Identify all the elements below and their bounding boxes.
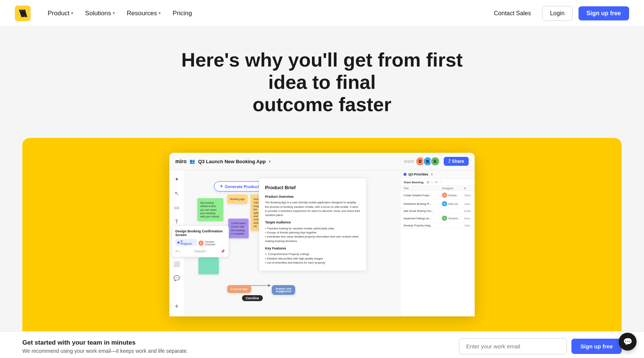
tool-cursor[interactable]: ✦ <box>172 175 181 184</box>
nav-item-pricing[interactable]: Pricing <box>168 7 197 20</box>
nav-item-product[interactable]: Product ▾ <box>42 7 79 20</box>
bottom-left: Get started with your team in minutes We… <box>22 339 188 354</box>
sticky-note-7[interactable] <box>198 258 219 274</box>
avatar-3: G <box>430 157 440 166</box>
brief-audience-item-2: • Groups of friends planning trips toget… <box>265 230 360 235</box>
flow-arrow <box>249 282 272 289</box>
brief-audience-item-1: • Travelers looking for vacation rentals… <box>265 226 360 230</box>
brief-title: Product Brief <box>265 184 360 191</box>
brief-overview-text: The Booking App is a user-friendly mobil… <box>265 200 360 217</box>
board-title-area: miro 👥 Q3 Launch New Booking App ▾ <box>175 158 271 164</box>
tool-comment[interactable]: 💬 <box>172 274 181 283</box>
board-title: Q3 Launch New Booking App <box>198 159 266 164</box>
brief-audience-item-3: • Individuals who value detailed propert… <box>265 235 360 243</box>
filter-icon[interactable]: ⊞ ↑↓ ✕ ⋯ <box>427 180 442 184</box>
logo[interactable] <box>15 6 31 21</box>
flow-node-launch[interactable]: Launch app <box>227 285 251 293</box>
sticky-note-4[interactable]: Confirmation screen that the booking is … <box>228 219 249 238</box>
caroline-tooltip: Caroline <box>242 295 263 301</box>
board-content: ✦ ↖ ▭ T 👤 ✏ ⬜ 💬 + ✦ Generate Product Bri… <box>169 170 475 315</box>
yellow-section: miro 👥 Q3 Launch New Booking App ▾ ⊙⊙⊙ D… <box>22 138 622 331</box>
email-input[interactable] <box>459 338 567 354</box>
panel-col-headers: Title Assignee D <box>401 186 475 191</box>
panel-chevron: ▾ <box>431 173 433 176</box>
brief-feature-1: 1. Comprehensive Property Listings <box>265 252 360 256</box>
chevron-down-icon: ▾ <box>71 11 73 16</box>
board-header: miro 👥 Q3 Launch New Booking App ▾ ⊙⊙⊙ D… <box>169 153 475 170</box>
hero-title: Here's why you'll get from first idea to… <box>177 49 467 116</box>
nav-item-solutions[interactable]: Solutions ▾ <box>80 7 120 20</box>
brief-feature-2: • Detailed villa profiles with high-qual… <box>265 257 360 261</box>
panel-row-2[interactable]: Streamline Booking Pr... N Nola Lan... U… <box>401 200 475 208</box>
team-backlog-label: Team Backlog <box>404 181 424 184</box>
nav-links: Product ▾ Solutions ▾ Resources ▾ Pricin… <box>42 7 489 20</box>
bottom-heading: Get started with your team in minutes <box>22 339 188 346</box>
tool-add[interactable]: + <box>172 302 181 311</box>
contact-sales-link[interactable]: Contact Sales <box>489 7 536 20</box>
board-mockup: miro 👥 Q3 Launch New Booking App ▾ ⊙⊙⊙ D… <box>169 153 475 316</box>
nav-right: Contact Sales Login Sign up free <box>489 6 629 21</box>
login-button[interactable]: Login <box>542 6 572 21</box>
board-icons: ⊙⊙⊙ <box>404 159 414 164</box>
navbar: Product ▾ Solutions ▾ Resources ▾ Pricin… <box>0 0 644 27</box>
right-panel: Q3 Priorities ▾ Team Backlog ⊞ ↑↓ ✕ ⋯ Ti… <box>400 170 475 315</box>
tool-text[interactable]: T <box>172 217 181 226</box>
nav-item-resources[interactable]: Resources ▾ <box>122 7 166 20</box>
share-icon: ⤴ <box>448 159 450 164</box>
q3-dot <box>404 173 407 176</box>
tool-frame[interactable]: ⬜ <box>172 259 181 268</box>
chat-bubble-button[interactable]: 💬 <box>619 333 637 351</box>
share-button[interactable]: ⤴ Share <box>444 157 469 166</box>
ai-icon: ✦ <box>220 184 223 189</box>
bottom-right: Sign up free <box>459 338 622 354</box>
row2-avatar: N <box>442 201 447 206</box>
panel-row-5[interactable]: Develop Property Imag... Upda... <box>401 223 475 229</box>
board-logo: miro <box>175 158 186 164</box>
board-avatars: D N G <box>418 157 440 166</box>
hero-section: Here's why you'll get from first idea to… <box>0 27 644 130</box>
board-actions: ⊙⊙⊙ D N G ⤴ Share <box>404 157 469 166</box>
team-icon: 👥 <box>189 159 195 164</box>
product-brief-doc: Product Brief Product Overview The Booki… <box>259 178 367 271</box>
panel-row-3[interactable]: Add Social Sharing Fea... Estab... <box>401 208 475 214</box>
panel-header: Q3 Priorities ▾ <box>401 170 475 179</box>
row1-avatar: D <box>442 193 447 198</box>
signup-button-nav[interactable]: Sign up free <box>578 6 629 20</box>
sticky-note-1[interactable]: My booking details & then you can share … <box>197 198 223 221</box>
brief-overview-title: Product Overview <box>265 194 360 200</box>
bottom-bar: Get started with your team in minutes We… <box>0 331 644 358</box>
tool-shape[interactable]: ▭ <box>172 203 181 212</box>
brief-feature-3: • List of amenities and features for eac… <box>265 261 360 265</box>
brief-features-title: Key Features <box>265 246 360 251</box>
miro-logo-icon <box>15 6 31 21</box>
chevron-down-icon: ▾ <box>113 11 115 16</box>
bottom-subtext: We recommend using your work email—it ke… <box>22 348 188 354</box>
panel-row-1[interactable]: Create Detailed Prope... D Deedee... Sta… <box>401 191 475 200</box>
board-title-chevron: ▾ <box>269 159 271 164</box>
chevron-down-icon: ▾ <box>159 11 161 16</box>
panel-row-4[interactable]: Implement Ratings an... G Giovanni... Re… <box>401 214 475 223</box>
chat-icon: 💬 <box>623 337 632 346</box>
panel-toolbar: Team Backlog ⊞ ↑↓ ✕ ⋯ <box>401 179 475 186</box>
brief-audience-title: Target Audience <box>265 220 360 225</box>
tool-select[interactable]: ↖ <box>172 189 181 198</box>
sticky-note-2[interactable]: Booking app <box>227 194 248 204</box>
svg-marker-2 <box>268 284 271 287</box>
row4-avatar: G <box>442 216 447 221</box>
flow-node-analyze[interactable]: Analyze userengagement <box>272 285 295 295</box>
signup-button-bottom[interactable]: Sign up free <box>571 339 622 354</box>
